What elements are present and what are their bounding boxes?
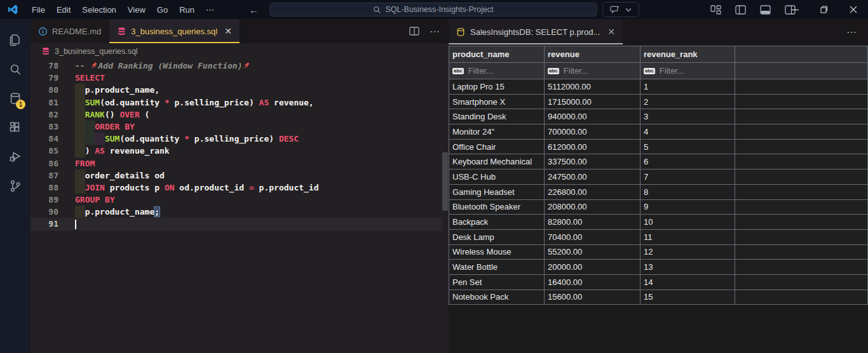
editor-more-actions-icon[interactable]: ⋯ (430, 25, 440, 37)
code-line[interactable]: 86FROM (31, 157, 442, 170)
code-line[interactable]: 90p.product_name; (31, 206, 442, 218)
table-row[interactable]: Wireless Mouse55200.0012 (449, 245, 868, 260)
tab-business-queries[interactable]: 3_business_queries.sql ✕ (109, 19, 240, 43)
table-row[interactable]: Bluetooth Speaker208000.009 (449, 200, 868, 215)
table-cell[interactable]: 208000.00 (545, 200, 641, 215)
table-cell[interactable]: Office Chair (449, 140, 545, 154)
table-cell[interactable]: 6 (641, 154, 735, 169)
menu-[interactable]: ⋯ (200, 0, 220, 19)
minimize-button[interactable] (780, 0, 810, 19)
explorer-icon[interactable] (0, 25, 31, 55)
code-line[interactable]: 79SELECT (31, 72, 442, 84)
table-cell[interactable]: Desk Lamp (449, 230, 545, 244)
table-cell[interactable]: 940000.00 (545, 109, 641, 124)
table-row[interactable]: Backpack82800.0010 (449, 215, 868, 230)
table-cell[interactable]: Bluetooth Speaker (449, 200, 545, 215)
filter-input-revenue[interactable]: abcFilter... (545, 63, 641, 79)
table-row[interactable]: USB-C Hub247500.007 (449, 170, 868, 185)
table-cell[interactable]: Gaming Headset (449, 185, 545, 199)
menu-run[interactable]: Run (173, 0, 200, 19)
column-header-product_name[interactable]: product_name (449, 46, 545, 62)
database-sidebar-icon[interactable]: 1 (0, 84, 31, 113)
code-line[interactable]: 80p.product_name, (31, 84, 442, 96)
table-cell[interactable]: 247500.00 (545, 170, 641, 184)
code-line[interactable]: 82RANK() OVER ( (31, 109, 442, 121)
search-sidebar-icon[interactable] (0, 55, 31, 84)
filter-input-product_name[interactable]: abcFilter... (449, 63, 545, 79)
table-cell[interactable]: 14 (641, 275, 735, 290)
nav-back-icon[interactable]: ← (249, 4, 259, 15)
table-cell[interactable]: 2 (641, 95, 735, 109)
menu-edit[interactable]: Edit (51, 0, 76, 19)
table-row[interactable]: Laptop Pro 155112000.001 (449, 79, 868, 95)
table-cell[interactable]: 5 (641, 140, 735, 154)
code-line[interactable]: 84SUM(od.quantity * p.selling_price) DES… (31, 133, 442, 145)
table-cell[interactable]: 226800.00 (545, 185, 641, 199)
table-cell[interactable]: 12 (641, 245, 735, 260)
table-cell[interactable]: Backpack (449, 215, 545, 229)
menu-view[interactable]: View (122, 0, 151, 19)
close-tab-icon[interactable]: ✕ (607, 27, 615, 37)
table-row[interactable]: Gaming Headset226800.008 (449, 185, 868, 200)
table-cell[interactable]: 337500.00 (545, 154, 641, 169)
table-cell[interactable]: 13 (641, 260, 735, 274)
code-line[interactable]: 81SUM(od.quantity * p.selling_price) AS … (31, 97, 442, 109)
editor-scrollbar[interactable] (442, 19, 449, 353)
table-row[interactable]: Desk Lamp70400.0011 (449, 230, 868, 245)
table-cell[interactable]: 700000.00 (545, 124, 641, 139)
results-more-actions-icon[interactable]: ⋯ (846, 26, 857, 38)
column-header-revenue[interactable]: revenue (545, 46, 641, 62)
editor-scrollbar-thumb[interactable] (442, 152, 448, 211)
split-editor-icon[interactable] (409, 27, 419, 36)
code-line[interactable]: 83ORDER BY (31, 121, 442, 133)
code-line[interactable]: 88JOIN products p ON od.product_id = p.p… (31, 182, 442, 194)
menu-go[interactable]: Go (151, 0, 173, 19)
column-header-revenue_rank[interactable]: revenue_rank (641, 46, 735, 62)
table-cell[interactable]: Wireless Mouse (449, 245, 545, 260)
table-cell[interactable]: 4 (641, 124, 735, 139)
menu-selection[interactable]: Selection (76, 0, 121, 19)
table-cell[interactable]: 1715000.00 (545, 95, 641, 109)
restore-button[interactable] (810, 0, 839, 19)
table-cell[interactable]: 15 (641, 290, 735, 305)
copilot-button[interactable] (602, 2, 639, 17)
code-line[interactable]: 91 (31, 218, 442, 230)
table-cell[interactable]: 5112000.00 (545, 79, 641, 94)
run-debug-icon[interactable] (0, 142, 31, 171)
close-tab-icon[interactable]: ✕ (224, 26, 232, 36)
table-row[interactable]: Monitor 24"700000.004 (449, 124, 868, 140)
table-row[interactable]: Smartphone X1715000.002 (449, 95, 868, 110)
table-cell[interactable]: Standing Desk (449, 109, 545, 124)
toggle-primary-sidebar-icon[interactable] (735, 5, 746, 15)
table-cell[interactable]: Laptop Pro 15 (449, 79, 545, 94)
table-cell[interactable]: Pen Set (449, 275, 545, 290)
table-row[interactable]: Standing Desk940000.003 (449, 109, 868, 124)
table-cell[interactable]: Notebook Pack (449, 290, 545, 305)
code-line[interactable]: 89GROUP BY (31, 194, 442, 206)
extensions-icon[interactable] (0, 113, 31, 142)
table-cell[interactable]: Smartphone X (449, 95, 545, 109)
table-row[interactable]: Water Bottle20000.0013 (449, 260, 868, 275)
table-cell[interactable]: USB-C Hub (449, 170, 545, 184)
table-row[interactable]: Notebook Pack15600.0015 (449, 290, 868, 305)
customize-layout-icon[interactable] (710, 5, 721, 15)
table-cell[interactable]: 8 (641, 185, 735, 199)
table-cell[interactable]: Water Bottle (449, 260, 545, 274)
code-area[interactable]: 78-- Add Ranking (Window Function)79SELE… (31, 60, 442, 353)
table-cell[interactable]: 20000.00 (545, 260, 641, 274)
breadcrumb[interactable]: 3_business_queries.sql (31, 43, 449, 60)
table-cell[interactable]: 9 (641, 200, 735, 215)
table-row[interactable]: Office Chair612000.005 (449, 140, 868, 155)
table-cell[interactable]: 612000.00 (545, 140, 641, 154)
close-window-button[interactable] (839, 0, 868, 19)
table-cell[interactable]: 11 (641, 230, 735, 244)
command-center-search[interactable]: SQL-Business-Insights-Project (269, 3, 597, 17)
table-cell[interactable]: 16400.00 (545, 275, 641, 290)
tab-query-results[interactable]: SalesInsightsDB: SELECT p.prod... ✕ (449, 19, 623, 44)
table-cell[interactable]: 82800.00 (545, 215, 641, 229)
source-control-icon[interactable] (0, 171, 31, 201)
filter-input-revenue_rank[interactable]: abcFilter... (641, 63, 735, 79)
code-line[interactable]: 85) AS revenue_rank (31, 145, 442, 157)
toggle-panel-icon[interactable] (760, 5, 771, 15)
table-cell[interactable]: Keyboard Mechanical (449, 154, 545, 169)
